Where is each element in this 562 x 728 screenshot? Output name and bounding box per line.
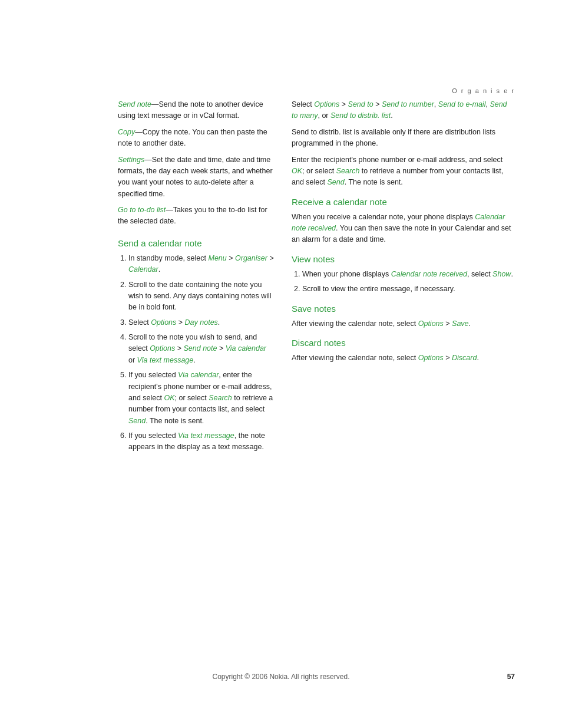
content-area: Send note—Send the note to another devic… [118,99,515,458]
receive-heading: Receive a calendar note [292,197,515,207]
send-to-section: Select Options > Send to > Send to numbe… [292,99,515,189]
send-to-para2: Send to distrib. list is available only … [292,127,515,150]
left-column: Send note—Send the note to another devic… [118,99,274,458]
step6-via-text: Via text message [178,431,234,440]
step5-search: Search [209,394,232,402]
ok-link: OK [292,167,302,175]
chapter-header: O r g a n i s e r [452,87,515,94]
receive-para: When you receive a calendar note, your p… [292,212,515,246]
step1-organiser: Organiser [235,254,267,262]
settings-label: Settings [118,156,144,164]
view-step1-received: Calendar note received [391,270,467,278]
step5-ok: OK [164,394,174,402]
discard-notes-para: After viewing the calendar note, select … [292,353,515,364]
send-steps-list: In standby mode, select Menu > Organiser… [128,253,274,453]
send-note-para: Send note—Send the note to another devic… [118,99,274,122]
step-6: If you selected Via text message, the no… [128,430,274,453]
send-to-para1: Select Options > Send to > Send to numbe… [292,99,515,122]
search-link: Search [336,167,360,175]
copyright-text: Copyright © 2006 Nokia. All rights reser… [213,673,350,681]
calendar-note-received-label: Calendar note received [292,213,505,232]
step5-send: Send [128,417,146,425]
step5-via-calendar: Via calendar [178,371,219,379]
settings-para: Settings—Set the date and time, date and… [118,154,274,200]
footer-copyright: Copyright © 2006 Nokia. All rights reser… [0,673,562,681]
send-to-link: Send to [348,100,373,108]
discard-notes-section: Discard notes After viewing the calendar… [292,338,515,364]
save-notes-section: Save notes After viewing the calendar no… [292,304,515,330]
step3-options: Options [151,318,176,327]
send-link: Send [327,178,344,186]
goto-todo-para: Go to to-do list—Takes you to the to-do … [118,205,274,228]
step-4: Scroll to the note you wish to send, and… [128,332,274,366]
copy-para: Copy—Copy the note. You can then paste t… [118,127,274,150]
discard-notes-heading: Discard notes [292,338,515,348]
step1-menu: Menu [209,254,227,262]
footer-page-number: 57 [507,673,515,681]
step4-via-calendar: Via calendar [226,344,266,353]
options-link: Options [314,100,339,108]
step-3: Select Options > Day notes. [128,317,274,328]
step-5: If you selected Via calendar, enter the … [128,370,274,427]
save-notes-heading: Save notes [292,304,515,314]
view-steps-list: When your phone displays Calendar note r… [302,269,515,295]
copy-label: Copy [118,128,135,136]
step1-calendar: Calendar [128,265,158,274]
send-note-label: Send note [118,100,151,108]
page: O r g a n i s e r Send note—Send the not… [0,0,562,728]
discard-options: Options [418,354,444,362]
right-column: Select Options > Send to > Send to numbe… [292,99,515,458]
save-link: Save [452,319,469,328]
view-step-2: Scroll to view the entire message, if ne… [302,284,515,295]
view-step1-show: Show [492,270,511,278]
step4-via-text: Via text message [137,356,194,364]
chapter-title: O r g a n i s e r [452,87,515,94]
send-to-number: Send to number [382,100,434,108]
save-notes-para: After viewing the calendar note, select … [292,318,515,330]
view-notes-heading: View notes [292,254,515,264]
send-calendar-note-heading: Send a calendar note [118,238,274,248]
discard-link: Discard [452,354,477,362]
step4-send-note: Send note [183,344,217,353]
page-number: 57 [507,673,515,681]
step-2: Scroll to the date containing the note y… [128,279,274,314]
send-to-distrib: Send to distrib. list [330,111,391,120]
view-step-1: When your phone displays Calendar note r… [302,269,515,280]
receive-section: Receive a calendar note When you receive… [292,197,515,246]
view-notes-section: View notes When your phone displays Cale… [292,254,515,295]
save-options: Options [418,319,444,328]
send-to-para3: Enter the recipient's phone number or e-… [292,154,515,189]
goto-todo-label: Go to to-do list [118,206,166,214]
step-1: In standby mode, select Menu > Organiser… [128,253,274,276]
send-to-email: Send to e-mail [438,100,486,108]
step3-day-notes: Day notes [185,318,218,327]
step4-options: Options [150,344,175,353]
